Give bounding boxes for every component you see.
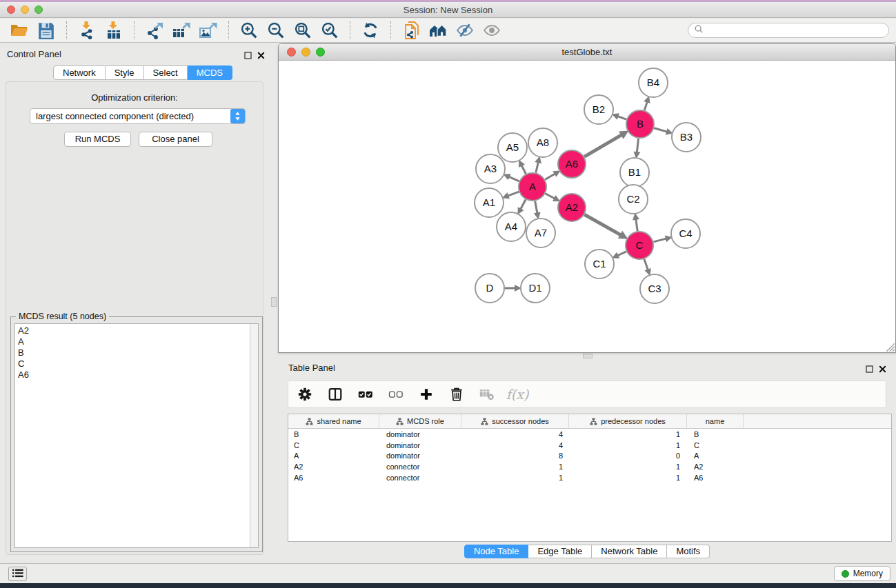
edge-A-A7[interactable] <box>535 201 537 214</box>
column-header-predecessor-nodes[interactable]: predecessor nodes <box>569 414 687 428</box>
float-panel-icon[interactable] <box>244 50 252 57</box>
network-window-titlebar[interactable]: testGlobe.txt <box>279 44 895 61</box>
function-builder-icon[interactable]: f(x) <box>508 385 527 404</box>
node-B4[interactable]: B4 <box>639 68 668 97</box>
edge-A-A1[interactable] <box>508 192 519 196</box>
vertical-splitter-handle[interactable] <box>271 297 277 307</box>
tab-network[interactable]: Network <box>53 65 106 80</box>
column-header-name[interactable]: name <box>687 414 744 428</box>
edge-C-C4[interactable] <box>653 239 666 242</box>
node-A3[interactable]: A3 <box>476 154 505 183</box>
close-panel-icon[interactable] <box>257 50 265 57</box>
node-A8[interactable]: A8 <box>528 128 557 157</box>
edge-B-B3[interactable] <box>654 128 667 132</box>
node-D[interactable]: D <box>475 274 504 303</box>
add-row-icon[interactable] <box>417 385 436 404</box>
export-table-icon[interactable] <box>171 20 192 41</box>
edge-A-A3[interactable] <box>509 176 519 181</box>
column-header-successor-nodes[interactable]: successor nodes <box>461 414 569 428</box>
network-canvas[interactable]: B4B2BB3A5A8A6A3B1AA1C2A2A4A7C4CC1C3DD1 <box>279 61 895 352</box>
refresh-layout-icon[interactable] <box>360 20 381 41</box>
edge-A-A8[interactable] <box>536 162 539 172</box>
node-D1[interactable]: D1 <box>521 274 550 303</box>
close-panel-button[interactable]: Close panel <box>139 132 212 147</box>
delete-row-icon[interactable] <box>447 385 466 404</box>
zoom-selected-icon[interactable] <box>319 20 340 41</box>
node-A5[interactable]: A5 <box>498 133 527 162</box>
export-image-icon[interactable] <box>198 20 219 41</box>
table-tab-network-table[interactable]: Network Table <box>592 545 667 558</box>
show-graphics-details-icon[interactable] <box>481 20 502 41</box>
mcds-result-list[interactable]: A2ABCA6 <box>14 323 259 548</box>
node-A1[interactable]: A1 <box>475 188 504 217</box>
node-A6[interactable]: A6 <box>558 150 586 178</box>
node-B[interactable]: B <box>626 110 654 138</box>
table-tab-motifs[interactable]: Motifs <box>667 545 710 558</box>
table-tab-node-table[interactable]: Node Table <box>464 545 529 558</box>
table-row[interactable]: A2connector11A2 <box>288 461 891 472</box>
search-input[interactable] <box>707 26 883 35</box>
edge-C-C1[interactable] <box>617 252 626 256</box>
home-first-neighbors-icon[interactable] <box>428 20 448 41</box>
import-network-icon[interactable] <box>77 20 97 41</box>
node-C1[interactable]: C1 <box>585 250 614 278</box>
horizontal-splitter-handle[interactable] <box>583 354 593 358</box>
edge-A2-C[interactable] <box>584 214 621 235</box>
node-C2[interactable]: C2 <box>619 185 648 214</box>
node-C3[interactable]: C3 <box>640 274 669 303</box>
select-all-icon[interactable] <box>356 385 375 404</box>
node-B3[interactable]: B3 <box>672 123 701 152</box>
result-list-item[interactable]: A2 <box>15 325 258 336</box>
resize-grip-icon[interactable] <box>884 341 895 352</box>
hide-graphics-details-icon[interactable] <box>455 20 475 41</box>
task-history-button[interactable] <box>8 567 27 581</box>
edge-A-A4[interactable] <box>521 200 526 210</box>
edge-C-C2[interactable] <box>636 219 637 231</box>
result-list-item[interactable]: B <box>15 347 258 358</box>
zoom-out-icon[interactable] <box>266 20 286 41</box>
table-row[interactable]: Bdominator41B <box>288 429 891 440</box>
tab-mcds[interactable]: MCDS <box>188 65 232 80</box>
criterion-dropdown[interactable]: largest connected component (directed) <box>30 108 246 124</box>
table-row[interactable]: A6connector11A6 <box>288 472 891 483</box>
main-titlebar[interactable]: Session: New Session <box>0 2 896 18</box>
save-session-icon[interactable] <box>36 20 57 41</box>
result-list-item[interactable]: C <box>15 358 258 369</box>
zoom-in-icon[interactable] <box>239 20 259 41</box>
table-settings-icon[interactable] <box>295 385 315 404</box>
column-header-MCDS-role[interactable]: MCDS role <box>379 414 461 428</box>
column-header-shared-name[interactable]: shared name <box>288 414 379 428</box>
edge-A-A5[interactable] <box>521 165 526 174</box>
node-A7[interactable]: A7 <box>526 219 555 247</box>
edge-B-B4[interactable] <box>644 102 647 110</box>
node-B2[interactable]: B2 <box>584 95 613 124</box>
delete-table-icon[interactable] <box>477 385 497 404</box>
memory-button[interactable]: Memory <box>834 566 890 581</box>
table-row[interactable]: Adominator80A <box>288 450 891 461</box>
tab-select[interactable]: Select <box>144 65 188 80</box>
deselect-all-icon[interactable] <box>386 385 406 404</box>
edge-B-B2[interactable] <box>617 116 626 119</box>
result-list-item[interactable]: A6 <box>15 369 258 381</box>
run-mcds-button[interactable]: Run MCDS <box>64 132 131 147</box>
result-list-item[interactable]: A <box>15 336 258 347</box>
import-table-icon[interactable] <box>103 20 124 41</box>
float-panel-icon[interactable] <box>866 363 873 371</box>
node-A2[interactable]: A2 <box>558 194 586 221</box>
node-A4[interactable]: A4 <box>497 212 526 241</box>
node-B1[interactable]: B1 <box>620 158 649 187</box>
result-list-scrollbar[interactable] <box>250 324 258 547</box>
table-row[interactable]: Cdominator41C <box>288 440 891 451</box>
open-file-icon[interactable] <box>9 20 30 41</box>
edge-B-B1[interactable] <box>637 139 638 152</box>
edge-C-C3[interactable] <box>644 259 648 270</box>
edge-A-A2[interactable] <box>546 194 555 199</box>
node-C[interactable]: C <box>626 232 653 259</box>
clone-network-icon[interactable] <box>401 20 421 41</box>
edge-A6-B[interactable] <box>584 135 621 157</box>
export-network-icon[interactable] <box>144 20 165 41</box>
search-field[interactable] <box>688 23 889 38</box>
node-C4[interactable]: C4 <box>671 219 700 248</box>
close-panel-icon[interactable] <box>879 363 886 371</box>
node-A[interactable]: A <box>519 173 546 201</box>
